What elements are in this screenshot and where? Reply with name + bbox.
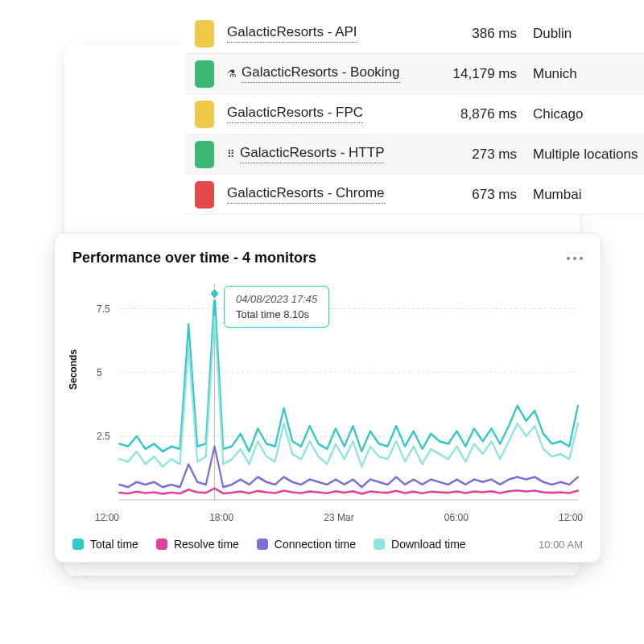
monitor-name-link[interactable]: GalacticResorts - FPC [227, 105, 363, 123]
table-row[interactable]: ⠿GalacticResorts - HTTP273 msMultiple lo… [185, 134, 644, 175]
legend-item[interactable]: Download time [374, 538, 466, 551]
response-time: 14,179 ms [436, 66, 533, 82]
response-time: 273 ms [436, 147, 533, 163]
monitor-name-link[interactable]: GalacticResorts - Booking [242, 64, 400, 83]
chart-legend: Total timeResolve timeConnection timeDow… [72, 538, 583, 551]
location: Munich [533, 66, 639, 82]
x-axis-labels: 12:0018:0023 Mar06:0012:00 [95, 512, 583, 523]
monitor-name-link[interactable]: GalacticResorts - Chrome [227, 185, 385, 204]
legend-item[interactable]: Total time [72, 538, 138, 551]
response-time: 8,876 ms [436, 106, 533, 122]
legend-swatch [257, 539, 268, 550]
monitor-table: GalacticResorts - API386 msDublin⚗Galact… [185, 14, 644, 215]
response-time: 386 ms [436, 26, 533, 42]
table-row[interactable]: GalacticResorts - Chrome673 msMumbai [185, 175, 644, 215]
more-options-icon[interactable] [567, 257, 583, 260]
chart-body: Seconds 2.557.5 04/08/2023 17:45 Total t… [72, 278, 583, 533]
table-row[interactable]: ⚗GalacticResorts - Booking14,179 msMunic… [185, 54, 644, 94]
status-indicator [195, 141, 214, 168]
monitor-name-link[interactable]: GalacticResorts - HTTP [240, 145, 384, 163]
monitor-type-icon: ⠿ [227, 148, 235, 160]
location: Mumbai [533, 187, 639, 203]
monitor-name-cell: GalacticResorts - FPC [227, 105, 436, 123]
legend-swatch [374, 539, 385, 550]
card-timestamp: 10:00 AM [539, 539, 583, 551]
location: Chicago [533, 106, 639, 122]
monitor-name-cell: ⠿GalacticResorts - HTTP [227, 145, 436, 163]
legend-label: Total time [90, 538, 138, 551]
legend-swatch [156, 539, 167, 550]
x-tick-label: 06:00 [444, 512, 469, 523]
table-row[interactable]: GalacticResorts - API386 msDublin [185, 14, 644, 54]
x-tick-label: 12:00 [559, 512, 583, 523]
table-row[interactable]: GalacticResorts - FPC8,876 msChicago [185, 94, 644, 134]
legend-swatch [72, 539, 84, 550]
status-indicator [195, 181, 214, 208]
performance-card: Performance over time - 4 monitors Secon… [54, 233, 601, 563]
monitor-type-icon: ⚗ [227, 68, 237, 80]
x-tick-label: 12:00 [95, 512, 119, 523]
monitor-name-cell: ⚗GalacticResorts - Booking [227, 64, 436, 83]
chart-plot[interactable]: 04/08/2023 17:45 Total time 8.10s [95, 278, 583, 506]
x-tick-label: 23 Mar [324, 512, 353, 523]
x-tick-label: 18:00 [209, 512, 233, 523]
monitor-name-cell: GalacticResorts - API [227, 24, 436, 43]
legend-label: Connection time [275, 538, 356, 551]
status-indicator [195, 101, 214, 128]
legend-item[interactable]: Resolve time [156, 538, 239, 551]
location: Multiple locations [533, 147, 639, 163]
monitor-name-link[interactable]: GalacticResorts - API [227, 24, 357, 43]
legend-label: Resolve time [174, 538, 239, 551]
location: Dublin [533, 26, 639, 42]
monitor-name-cell: GalacticResorts - Chrome [227, 185, 436, 204]
legend-item[interactable]: Connection time [257, 538, 356, 551]
response-time: 673 ms [436, 187, 533, 203]
status-indicator [195, 20, 214, 47]
y-axis-label: Seconds [68, 349, 79, 389]
status-indicator [195, 60, 214, 88]
card-title: Performance over time - 4 monitors [72, 250, 316, 266]
legend-label: Download time [391, 538, 466, 551]
